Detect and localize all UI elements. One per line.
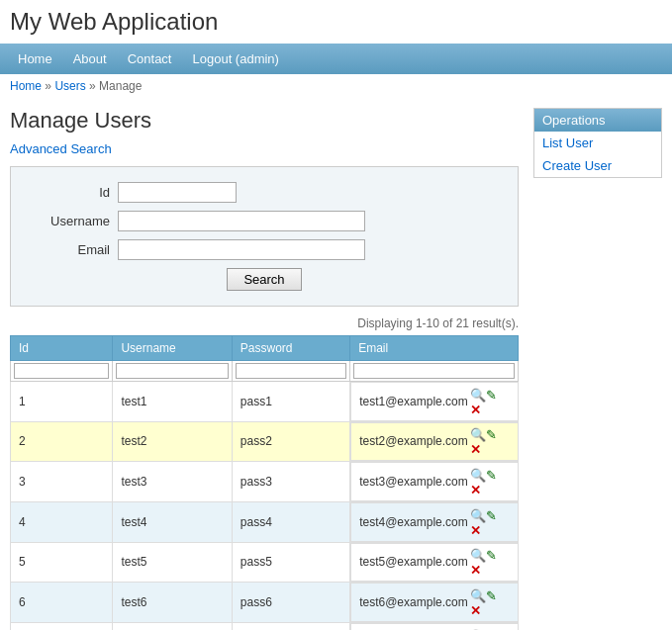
edit-icon[interactable]: ✎: [486, 427, 500, 441]
view-icon[interactable]: 🔍: [470, 388, 484, 402]
delete-icon[interactable]: ✕: [470, 523, 484, 537]
cell-password: pass6: [232, 583, 349, 623]
delete-icon[interactable]: ✕: [470, 442, 484, 456]
cell-username: test6: [113, 583, 232, 623]
col-password[interactable]: Password: [232, 336, 349, 361]
edit-icon[interactable]: ✎: [486, 468, 500, 482]
nav-about[interactable]: About: [65, 48, 115, 69]
delete-icon[interactable]: ✕: [470, 403, 484, 416]
edit-icon[interactable]: ✎: [486, 588, 500, 602]
app-header: My Web Application: [0, 0, 672, 44]
search-form: Id Username Email Search: [10, 166, 519, 307]
view-icon[interactable]: 🔍: [470, 427, 484, 441]
list-user-link[interactable]: List User: [542, 135, 593, 150]
col-email[interactable]: Email: [350, 336, 519, 361]
cell-email: test4@example.com🔍✎✕: [350, 502, 518, 542]
filter-id[interactable]: [14, 363, 109, 379]
col-username[interactable]: Username: [113, 336, 232, 361]
row-actions: 🔍✎✕: [468, 427, 510, 457]
email-text: test3@example.com: [359, 475, 468, 489]
email-text: test5@example.com: [359, 555, 468, 569]
row-actions: 🔍✎✕: [468, 587, 510, 617]
cell-username: test2: [113, 421, 232, 462]
cell-email: test5@example.com🔍✎✕: [350, 543, 518, 583]
main-nav: Home About Contact Logout (admin): [0, 44, 672, 74]
table-header-row: Id Username Password Email: [11, 336, 519, 361]
page-title: Manage Users: [10, 108, 519, 134]
create-user-item: Create User: [534, 154, 661, 177]
username-row: Username: [31, 211, 498, 231]
search-button[interactable]: Search: [227, 268, 301, 291]
create-user-link[interactable]: Create User: [542, 158, 612, 173]
view-icon[interactable]: 🔍: [470, 508, 484, 522]
cell-id: 3: [11, 462, 113, 502]
cell-password: pass5: [232, 542, 349, 583]
edit-icon[interactable]: ✎: [486, 388, 500, 402]
edit-icon[interactable]: ✎: [486, 548, 500, 562]
email-text: test2@example.com: [359, 434, 468, 448]
id-input[interactable]: [118, 182, 237, 203]
cell-username: test1: [113, 382, 232, 422]
table-row: 1test1pass1test1@example.com🔍✎✕: [11, 382, 519, 422]
list-user-item: List User: [534, 132, 661, 154]
cell-id: 5: [11, 542, 113, 583]
results-info: Displaying 1-10 of 21 result(s).: [10, 316, 519, 330]
table-row: 2test2pass2test2@example.com🔍✎✕: [11, 421, 519, 462]
email-text: test1@example.com: [359, 395, 468, 408]
view-icon[interactable]: 🔍: [470, 548, 484, 562]
view-icon[interactable]: 🔍: [470, 468, 484, 482]
nav-logout[interactable]: Logout (admin): [184, 48, 286, 69]
cell-email: test7@example.com🔍✎✕: [350, 623, 518, 630]
row-actions: 🔍✎✕: [468, 507, 510, 537]
username-input[interactable]: [118, 211, 365, 231]
cell-id: 7: [11, 622, 113, 630]
table-row: 7test7pass7test7@example.com🔍✎✕: [11, 622, 519, 630]
filter-email[interactable]: [353, 363, 515, 379]
advanced-search-link[interactable]: Advanced Search: [10, 141, 112, 156]
delete-icon[interactable]: ✕: [470, 563, 484, 577]
breadcrumb-users[interactable]: Users: [54, 79, 85, 93]
filter-username[interactable]: [116, 363, 228, 379]
email-text: test4@example.com: [359, 515, 468, 529]
email-input[interactable]: [118, 239, 365, 260]
row-actions: 🔍✎✕: [468, 387, 510, 416]
cell-password: pass3: [232, 462, 349, 502]
cell-email: test2@example.com🔍✎✕: [350, 422, 518, 462]
cell-password: pass1: [232, 382, 349, 422]
breadcrumb-home[interactable]: Home: [10, 79, 42, 93]
username-label: Username: [31, 214, 110, 228]
table-row: 4test4pass4test4@example.com🔍✎✕: [11, 501, 519, 542]
operations-title: Operations: [534, 109, 661, 132]
main-layout: Manage Users Advanced Search Id Username…: [0, 98, 672, 630]
cell-email: test1@example.com🔍✎✕: [350, 382, 518, 421]
sidebar: Operations List User Create User: [533, 108, 662, 630]
delete-icon[interactable]: ✕: [470, 483, 484, 496]
cell-id: 4: [11, 501, 113, 542]
operations-box: Operations List User Create User: [533, 108, 662, 178]
email-row: Email: [31, 239, 498, 260]
nav-home[interactable]: Home: [10, 48, 60, 69]
row-actions: 🔍✎✕: [468, 548, 510, 578]
table-body: 1test1pass1test1@example.com🔍✎✕2test2pas…: [11, 382, 519, 631]
form-buttons: Search: [31, 268, 498, 291]
data-table: Id Username Password Email 1test1pass1te…: [10, 335, 519, 630]
col-id[interactable]: Id: [11, 336, 113, 361]
row-actions: 🔍✎✕: [468, 467, 510, 496]
content-area: Manage Users Advanced Search Id Username…: [10, 108, 519, 630]
cell-username: test4: [113, 501, 232, 542]
cell-id: 1: [11, 382, 113, 422]
view-icon[interactable]: 🔍: [470, 588, 484, 602]
table-row: 3test3pass3test3@example.com🔍✎✕: [11, 462, 519, 502]
edit-icon[interactable]: ✎: [486, 508, 500, 522]
table-row: 5test5pass5test5@example.com🔍✎✕: [11, 542, 519, 583]
nav-contact[interactable]: Contact: [120, 48, 180, 69]
delete-icon[interactable]: ✕: [470, 603, 484, 617]
app-title: My Web Application: [10, 8, 662, 36]
cell-password: pass7: [232, 622, 349, 630]
cell-username: test3: [113, 462, 232, 502]
cell-password: pass2: [232, 421, 349, 462]
cell-id: 2: [11, 421, 113, 462]
filter-password[interactable]: [236, 363, 346, 379]
email-text: test6@example.com: [359, 595, 468, 609]
cell-username: test5: [113, 542, 232, 583]
